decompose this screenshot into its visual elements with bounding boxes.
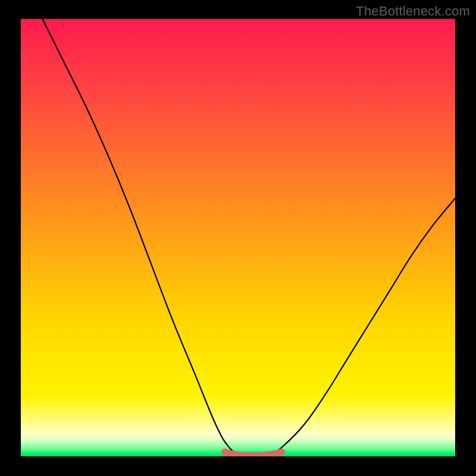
watermark-text: TheBottleneck.com	[356, 4, 470, 19]
plot-area	[21, 19, 455, 456]
bottleneck-curve	[43, 19, 456, 455]
optimal-zone-start-dot	[221, 449, 228, 456]
chart-frame: TheBottleneck.com	[0, 0, 476, 476]
optimal-zone-end-dot	[278, 449, 285, 456]
curve-layer	[21, 19, 455, 456]
optimal-zone-marker	[225, 452, 281, 456]
